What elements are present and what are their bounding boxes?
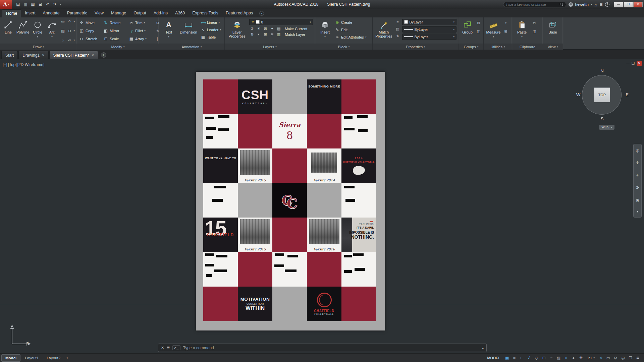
- hatch-dropdown-icon[interactable]: ▾: [73, 29, 75, 32]
- ribbon-tab-output[interactable]: Output: [130, 9, 150, 17]
- object-color-select[interactable]: ByLayer ▾: [402, 19, 457, 25]
- panel-label-groups[interactable]: Groups▾: [459, 44, 483, 50]
- help-icon[interactable]: ?: [605, 2, 609, 7]
- plot-icon[interactable]: ⊟: [37, 2, 44, 7]
- open-icon[interactable]: ▥: [22, 2, 29, 7]
- dynamic-input-icon[interactable]: ⌖: [562, 356, 570, 360]
- layout-tab-layout2[interactable]: Layout2: [43, 354, 64, 362]
- ribbon-tab-express-tools[interactable]: Express Tools: [189, 9, 222, 17]
- navigation-wheel-icon[interactable]: ◎: [636, 148, 639, 153]
- polar-tracking-icon[interactable]: ∠: [526, 356, 533, 360]
- transparency-icon[interactable]: ▨: [555, 356, 562, 360]
- stretch-button[interactable]: ↦Stretch: [79, 35, 103, 43]
- new-icon[interactable]: ▤: [15, 2, 21, 7]
- viewcube-east[interactable]: E: [626, 92, 629, 97]
- edit-block-button[interactable]: ✎Edit: [335, 26, 347, 34]
- properties-list-icon[interactable]: ≡: [395, 20, 400, 24]
- panel-label-clipboard[interactable]: Clipboard: [512, 44, 543, 50]
- scale-button[interactable]: ⊞Scale: [103, 35, 129, 43]
- trim-button[interactable]: ✂Trim▾: [129, 19, 153, 26]
- sign-in-avatar-icon[interactable]: [569, 2, 573, 7]
- layer-tool-icon[interactable]: ⊘: [249, 26, 255, 31]
- lineweight-icon[interactable]: ≡: [548, 356, 555, 360]
- properties-lightning-icon[interactable]: ↯: [395, 34, 400, 38]
- layer-tool-icon[interactable]: ▤: [276, 26, 281, 31]
- layer-tool-icon[interactable]: ⊠: [263, 26, 268, 31]
- search-box[interactable]: [503, 2, 566, 7]
- customization-icon[interactable]: ≣: [634, 356, 641, 360]
- layout-tab-model[interactable]: Model: [1, 354, 20, 362]
- drawing-canvas[interactable]: [−] [Top] [2D Wireframe] — ❐ ✕ CSHVOLLEY…: [0, 59, 644, 353]
- cut-icon[interactable]: ✂: [532, 21, 537, 25]
- undo-icon[interactable]: ↶: [44, 2, 51, 7]
- command-line[interactable]: ✕ ≣ >_ Type a command ▴: [158, 344, 487, 352]
- properties-layer-icon[interactable]: ▤: [395, 27, 400, 31]
- leader-button[interactable]: ↘Leader▾: [201, 26, 221, 34]
- restore-button[interactable]: ❐: [624, 2, 633, 7]
- wcs-dropdown[interactable]: WCS▾: [599, 125, 614, 130]
- match-layer-button[interactable]: Match Layer: [285, 33, 305, 37]
- ribbon-tab-manage[interactable]: Manage: [107, 9, 130, 17]
- visual-style-control[interactable]: [2D Wireframe]: [17, 62, 45, 67]
- orbit-icon[interactable]: ⟳: [636, 185, 639, 190]
- ellipse-dropdown-icon[interactable]: ▾: [73, 39, 75, 42]
- drawing-restore-icon[interactable]: ❐: [632, 62, 635, 65]
- ribbon-tab-featured-apps[interactable]: Featured Apps: [222, 9, 257, 17]
- circle-dropdown-icon[interactable]: ▾: [37, 35, 38, 39]
- save-icon[interactable]: ▦: [30, 2, 36, 7]
- base-button[interactable]: Base: [545, 19, 560, 35]
- close-command-icon[interactable]: ✕: [161, 346, 164, 350]
- minimize-button[interactable]: —: [614, 2, 623, 7]
- ribbon-tab-home[interactable]: Home: [2, 9, 21, 17]
- viewcube-north[interactable]: N: [600, 68, 603, 73]
- isodraft-icon[interactable]: ◇: [533, 356, 540, 360]
- rotate-button[interactable]: ↻Rotate: [103, 19, 129, 26]
- copy-clip-icon[interactable]: ◫: [532, 29, 537, 34]
- panel-label-layers[interactable]: Layers▾: [225, 44, 315, 50]
- navbar-dropdown-icon[interactable]: ▾: [637, 210, 638, 213]
- file-tab-sierra-csh-pattern[interactable]: Sierra CSH Pattern*✕: [49, 51, 98, 59]
- viewcube-west[interactable]: W: [576, 92, 580, 97]
- elliptical-arc-icon[interactable]: ◠: [67, 19, 72, 24]
- close-button[interactable]: ✕: [633, 2, 643, 7]
- ribbon-tab-add-ins[interactable]: Add-ins: [150, 9, 171, 17]
- ribbon-tab-view[interactable]: View: [91, 9, 107, 17]
- circle-button[interactable]: Circle ▾: [32, 19, 44, 39]
- layer-tool-icon[interactable]: ✦: [269, 26, 275, 31]
- insert-dropdown-icon[interactable]: ▾: [324, 35, 326, 39]
- annotation-scale[interactable]: 1:1▾: [585, 356, 597, 360]
- panel-label-utilities[interactable]: Utilities▾: [484, 44, 512, 50]
- close-tab-icon[interactable]: ✕: [92, 54, 94, 57]
- rectangle-icon[interactable]: ▭: [60, 19, 65, 24]
- pan-icon[interactable]: ✛: [636, 161, 639, 165]
- layer-tool-icon[interactable]: ⇅: [249, 32, 255, 37]
- layer-tool-icon[interactable]: ▥: [276, 32, 281, 37]
- polyline-button[interactable]: Polyline: [16, 19, 30, 35]
- layer-tool-icon[interactable]: ☀: [256, 26, 261, 31]
- new-drawing-tab-icon[interactable]: +: [101, 52, 106, 58]
- dimension-button[interactable]: Dimension: [178, 19, 199, 35]
- exchange-apps-icon[interactable]: ⊞: [600, 2, 603, 7]
- linetype-select[interactable]: ByLayer ▾: [402, 34, 457, 40]
- object-isolate-icon[interactable]: ⊘: [612, 356, 619, 360]
- point-icon[interactable]: ⊙: [67, 29, 72, 33]
- table-button[interactable]: ▦Table: [201, 34, 216, 41]
- viewcube-south[interactable]: S: [601, 116, 604, 121]
- drawing-minimize-icon[interactable]: —: [626, 62, 630, 65]
- application-menu-button[interactable]: A ▾: [0, 0, 12, 9]
- layer-tool-icon[interactable]: ≋: [269, 32, 275, 37]
- text-button[interactable]: A Text ▾: [161, 19, 176, 39]
- ellipse-icon[interactable]: ◌: [60, 38, 65, 42]
- clean-screen-icon[interactable]: ☐: [627, 356, 634, 360]
- redo-icon[interactable]: ↷: [52, 2, 58, 7]
- qat-dropdown-icon[interactable]: ▾: [60, 3, 61, 6]
- line-button[interactable]: Line: [2, 19, 14, 35]
- layer-tool-icon[interactable]: ⊞: [263, 32, 268, 37]
- viewport-menu-control[interactable]: [−]: [3, 62, 7, 67]
- measure-button[interactable]: Measure ▾: [486, 19, 501, 39]
- search-input[interactable]: [506, 2, 558, 6]
- ribbon-tab-insert[interactable]: Insert: [21, 9, 39, 17]
- layout-tab-layout1[interactable]: Layout1: [21, 354, 42, 362]
- panel-label-draw[interactable]: Draw▾: [0, 44, 77, 50]
- measure-dropdown-icon[interactable]: ▾: [493, 35, 494, 39]
